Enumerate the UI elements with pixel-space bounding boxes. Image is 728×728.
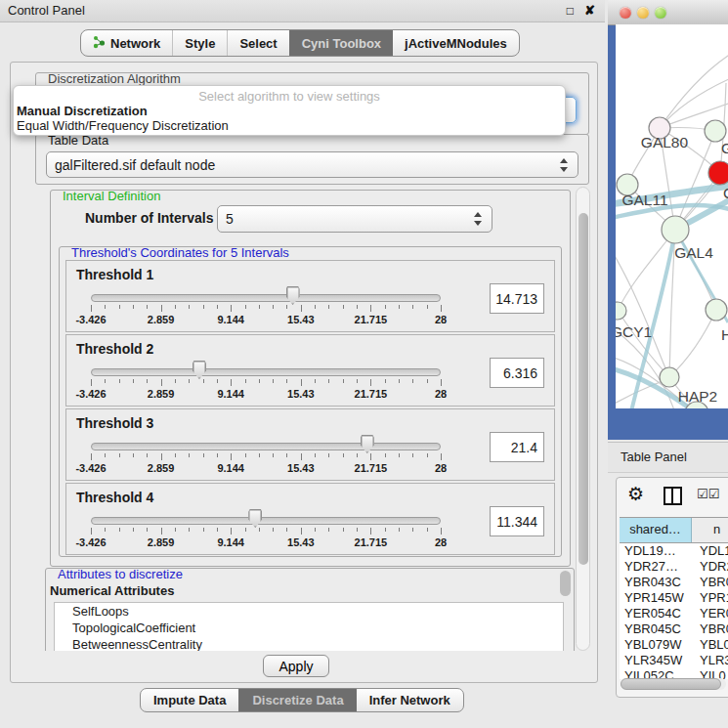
zoom-window-icon[interactable]: [655, 7, 666, 19]
dropdown-option-manual-discretization[interactable]: Manual Discretization: [14, 104, 565, 118]
slider-tick: [105, 453, 106, 457]
threshold-slider[interactable]: -3.4262.8599.14415.4321.71528: [91, 359, 441, 404]
slider-tick: [105, 379, 106, 383]
column-header-name[interactable]: n: [692, 518, 728, 542]
table-row[interactable]: YLR345WYLR3: [620, 653, 728, 668]
threshold-value-field[interactable]: 11.344: [490, 506, 544, 536]
slider-tick: [412, 379, 413, 383]
number-of-intervals-combobox[interactable]: 5: [217, 205, 492, 233]
numerical-attributes-list[interactable]: SelfLoopsTopologicalCoefficientBetweenne…: [54, 602, 564, 651]
tab-network[interactable]: Network: [81, 30, 172, 56]
slider-tick: [357, 528, 358, 532]
attribute-item-selfloops[interactable]: SelfLoops: [55, 603, 563, 620]
slider-tick: [328, 453, 329, 457]
interval-definition-label: Interval Definition: [60, 190, 163, 202]
dropdown-option-equal-width-frequency-discretization[interactable]: Equal Width/Frequency Discretization: [14, 118, 565, 133]
slider-tick: [370, 528, 371, 535]
slider-tick: [427, 453, 428, 457]
tab-infer-network[interactable]: Infer Network: [357, 689, 463, 711]
close-window-icon[interactable]: [620, 7, 631, 19]
close-panel-icon[interactable]: ✘: [584, 0, 595, 21]
tab-label: Cyni Toolbox: [302, 36, 381, 51]
threshold-value-field[interactable]: 14.713: [490, 283, 544, 314]
slider-track[interactable]: [91, 294, 441, 302]
slider-tick: [441, 528, 442, 535]
column-settings-icon[interactable]: [664, 487, 682, 505]
table-row[interactable]: YBR045CYBR0: [620, 621, 728, 637]
slider-tick: [203, 528, 204, 532]
slider-track[interactable]: [91, 443, 441, 450]
threshold-slider[interactable]: -3.4262.8599.14415.4321.71528: [91, 507, 441, 552]
network-edge[interactable]: [669, 310, 716, 377]
cell-shared-name: YDL19…: [620, 543, 692, 559]
apply-button[interactable]: Apply: [263, 655, 329, 677]
threshold-value-field[interactable]: 6.316: [490, 358, 544, 388]
slider-tick: [217, 528, 218, 532]
number-of-intervals-label: Number of Intervals: [85, 210, 213, 226]
slider-thumb[interactable]: [286, 286, 300, 305]
attribute-item-topologicalcoefficient[interactable]: TopologicalCoefficient: [55, 620, 563, 636]
cell-name: YER0: [692, 606, 728, 621]
slider-thumb[interactable]: [193, 361, 206, 379]
slider-tick: [147, 453, 148, 457]
scrollbar-thumb[interactable]: [578, 213, 588, 565]
slider-tick: [119, 305, 120, 309]
table-data-combobox[interactable]: galFiltered.sif default node: [46, 151, 578, 178]
slider-tick: [399, 453, 400, 457]
threshold-title: Threshold 3: [76, 415, 153, 431]
table-row[interactable]: YBR043CYBR0: [620, 575, 728, 590]
tab-jactivemnodules[interactable]: jActiveMNodules: [393, 30, 519, 56]
selected-red-node[interactable]: [708, 161, 728, 185]
tab-discretize-data[interactable]: Discretize Data: [238, 689, 356, 711]
slider-tick: [245, 305, 246, 309]
slider-tick: [147, 379, 148, 383]
slider-tick: [286, 528, 287, 532]
HAP2-node[interactable]: [660, 367, 679, 387]
table-row[interactable]: YBL079WYBL0: [620, 637, 728, 653]
slider-track[interactable]: [91, 517, 441, 525]
slider-tick: [175, 528, 176, 532]
gear-icon[interactable]: ⚙: [627, 483, 644, 505]
slider-tick: [273, 305, 274, 309]
slider-tick: [315, 453, 316, 457]
attributes-list-scrollbar[interactable]: [560, 571, 571, 614]
slider-tick-label: -3.426: [75, 536, 106, 548]
threshold-slider[interactable]: -3.4262.8599.14415.4321.71528: [91, 433, 441, 478]
table-row[interactable]: YDR27…YDR2: [620, 559, 728, 575]
gene-node-right[interactable]: [706, 299, 727, 321]
slider-thumb[interactable]: [361, 435, 374, 453]
tab-style[interactable]: Style: [172, 30, 227, 56]
threshold-value-field[interactable]: 21.4: [490, 432, 544, 462]
settings-scroll-area: Interval Definition Number of Intervals …: [35, 187, 575, 651]
gene-node[interactable]: [705, 120, 726, 142]
cell-shared-name: YPR145W: [620, 590, 692, 606]
slider-tick: [385, 379, 386, 383]
float-window-icon[interactable]: □: [567, 0, 574, 21]
slider-tick: [357, 305, 358, 309]
GCY1-node[interactable]: [616, 302, 626, 320]
threshold-slider[interactable]: -3.4262.8599.14415.4321.71528: [91, 284, 441, 329]
attribute-item-betweennesscentrality[interactable]: BetweennessCentrality: [55, 636, 563, 651]
tab-impute-data[interactable]: Impute Data: [141, 689, 238, 711]
table-row[interactable]: YPR145WYPR1: [620, 590, 728, 606]
table-data-group: Table Data galFiltered.sif default node: [35, 134, 589, 185]
scrollbar-thumb[interactable]: [621, 678, 721, 690]
slider-thumb[interactable]: [248, 509, 262, 528]
slider-track[interactable]: [91, 368, 441, 376]
slider-tick-label: 2.859: [148, 388, 175, 400]
table-horizontal-scrollbar[interactable]: [621, 678, 726, 690]
settings-vertical-scrollbar[interactable]: [576, 187, 590, 651]
select-checkboxes-icon[interactable]: ☑☑: [697, 487, 719, 501]
table-row[interactable]: YDL19…YDL1: [620, 543, 728, 559]
table-row[interactable]: YER054CYER0: [620, 606, 728, 621]
slider-tick-label: -3.426: [75, 388, 106, 400]
GAL4-node[interactable]: [662, 216, 689, 243]
minimize-window-icon[interactable]: [637, 7, 649, 19]
slider-tick: [273, 453, 274, 457]
scrollbar-thumb[interactable]: [560, 571, 571, 596]
tab-cyni-toolbox[interactable]: Cyni Toolbox: [289, 30, 393, 56]
node-label-gcy1: GCY1: [616, 323, 652, 340]
tab-select[interactable]: Select: [227, 30, 288, 56]
network-canvas[interactable]: GAL80GCGAL11GAL4GCY1HHAP2: [616, 24, 728, 408]
column-header-shared-name[interactable]: shared…: [620, 518, 692, 542]
